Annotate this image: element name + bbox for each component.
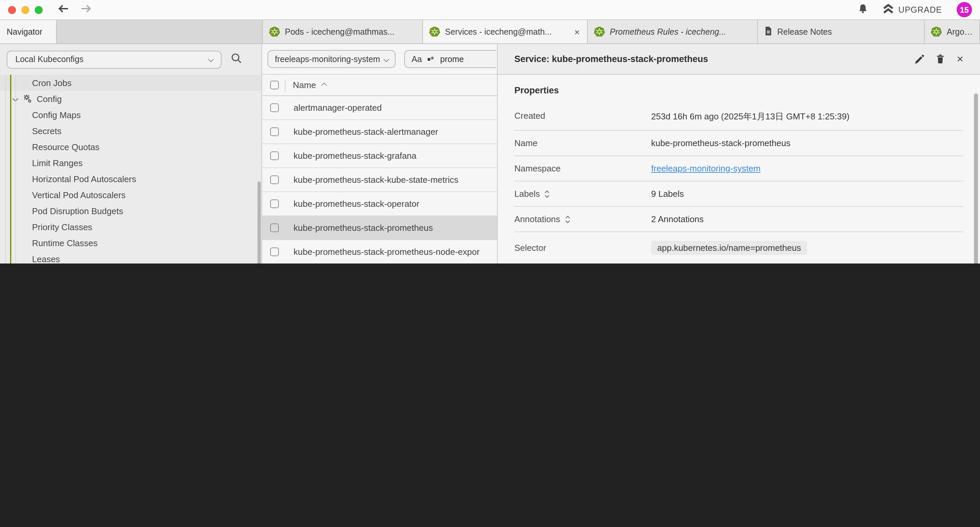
resource-tree: Cron Jobs Config Config Maps Secrets Res… bbox=[0, 75, 261, 263]
sidebar-item-priority-classes[interactable]: Priority Classes bbox=[0, 219, 261, 235]
property-row-labels: Labels 9 Labels bbox=[514, 182, 963, 207]
upgrade-label: UPGRADE bbox=[898, 5, 942, 14]
tab-bar: Navigator Pods - icecheng@mathmas... Ser… bbox=[0, 20, 980, 44]
close-tab-icon[interactable]: × bbox=[573, 26, 581, 37]
namespace-selector[interactable]: freeleaps-monitoring-system bbox=[267, 50, 396, 68]
gear-icon bbox=[22, 94, 32, 103]
sidebar-item-horizontal-pod-autoscalers[interactable]: Horizontal Pod Autoscalers bbox=[0, 171, 261, 187]
sidebar-item-leases[interactable]: Leases bbox=[0, 251, 261, 263]
created-value: 253d 16h 6m ago (2025年1月13日 GMT+8 1:25:3… bbox=[651, 111, 963, 123]
close-window-button[interactable] bbox=[8, 6, 16, 14]
tab-label: Prometheus Rules - icecheng... bbox=[610, 27, 751, 37]
back-icon[interactable] bbox=[57, 4, 69, 16]
tab-strip-spacer bbox=[57, 20, 262, 43]
row-checkbox[interactable] bbox=[270, 199, 279, 208]
row-checkbox[interactable] bbox=[270, 103, 279, 112]
tab-release-notes[interactable]: Release Notes bbox=[757, 20, 924, 43]
forward-icon[interactable] bbox=[80, 4, 92, 16]
sidebar-item-vertical-pod-autoscalers[interactable]: Vertical Pod Autoscalers bbox=[0, 187, 261, 203]
expand-collapse-icon[interactable] bbox=[545, 190, 550, 198]
indent-guide bbox=[5, 75, 6, 263]
row-checkbox[interactable] bbox=[270, 175, 279, 184]
window-titlebar: UPGRADE 15 bbox=[0, 0, 980, 20]
edit-pencil-icon[interactable] bbox=[914, 54, 924, 64]
filter-input[interactable]: Aa * prome bbox=[404, 50, 496, 68]
tab-argo[interactable]: Argo Se bbox=[924, 20, 980, 43]
section-heading-properties: Properties bbox=[514, 75, 963, 103]
kubeconfig-selector-value: Local Kubeconfigs bbox=[15, 55, 83, 64]
kubernetes-icon bbox=[931, 26, 942, 37]
notifications-bell-icon[interactable] bbox=[858, 3, 868, 16]
navigator-sidebar: Local Kubeconfigs Cron Jobs Config Confi… bbox=[0, 44, 262, 263]
tab-pods[interactable]: Pods - icecheng@mathmas... bbox=[262, 20, 422, 43]
sidebar-item-cron-jobs[interactable]: Cron Jobs bbox=[0, 75, 261, 91]
name-value: kube-prometheus-stack-prometheus bbox=[651, 138, 963, 148]
selector-chip: app.kubernetes.io/name=prometheus bbox=[651, 241, 807, 255]
document-icon bbox=[764, 25, 773, 38]
tab-label: Services - icecheng@math... bbox=[445, 27, 568, 37]
app-window: UPGRADE 15 Navigator Pods - icecheng@mat… bbox=[0, 0, 980, 263]
sidebar-scrollbar[interactable] bbox=[258, 182, 261, 263]
namespace-link[interactable]: freeleaps-monitoring-system bbox=[651, 164, 760, 174]
navigator-panel-title: Navigator bbox=[7, 27, 42, 37]
namespace-selector-value: freeleaps-monitoring-system bbox=[275, 54, 380, 64]
sort-ascending-icon[interactable] bbox=[321, 83, 327, 88]
sidebar-item-config-maps[interactable]: Config Maps bbox=[0, 107, 261, 123]
macos-window-controls bbox=[8, 6, 43, 14]
expand-collapse-icon[interactable] bbox=[565, 215, 570, 223]
tab-label: Pods - icecheng@mathmas... bbox=[285, 27, 416, 37]
chevron-down-icon bbox=[383, 56, 389, 62]
kubernetes-icon bbox=[594, 26, 605, 37]
chevron-down-icon bbox=[208, 57, 214, 62]
sidebar-item-pod-disruption-budgets[interactable]: Pod Disruption Budgets bbox=[0, 203, 261, 219]
filter-query-text: prome bbox=[440, 54, 464, 64]
labels-count[interactable]: 9 Labels bbox=[651, 189, 963, 199]
sidebar-item-secrets[interactable]: Secrets bbox=[0, 123, 261, 139]
notification-count-badge[interactable]: 15 bbox=[957, 2, 972, 18]
sidebar-item-runtime-classes[interactable]: Runtime Classes bbox=[0, 235, 261, 251]
property-row-namespace: Namespace freeleaps-monitoring-system bbox=[514, 156, 963, 182]
annotations-count[interactable]: 2 Annotations bbox=[651, 214, 963, 224]
sidebar-search-icon[interactable] bbox=[231, 53, 242, 66]
row-checkbox[interactable] bbox=[270, 223, 279, 232]
sidebar-item-resource-quotas[interactable]: Resource Quotas bbox=[0, 139, 261, 155]
select-all-checkbox[interactable] bbox=[270, 81, 279, 89]
name-column-header[interactable]: Name bbox=[293, 80, 316, 90]
regex-toggle[interactable]: * bbox=[428, 56, 434, 62]
zoom-window-button[interactable] bbox=[35, 6, 43, 14]
tab-prometheus-rules[interactable]: Prometheus Rules - icecheng... bbox=[587, 20, 757, 43]
close-panel-icon[interactable]: × bbox=[957, 53, 963, 65]
match-case-toggle[interactable]: Aa bbox=[412, 54, 422, 64]
detail-panel-title: Service: kube-prometheus-stack-prometheu… bbox=[514, 54, 708, 64]
sidebar-item-limit-ranges[interactable]: Limit Ranges bbox=[0, 155, 261, 171]
minimize-window-button[interactable] bbox=[21, 6, 29, 14]
kubeconfig-selector[interactable]: Local Kubeconfigs bbox=[7, 50, 221, 68]
tab-services[interactable]: Services - icecheng@math... × bbox=[422, 20, 587, 43]
delete-trash-icon[interactable] bbox=[936, 54, 945, 64]
indent-guide bbox=[15, 75, 16, 263]
detail-panel-scrollbar[interactable] bbox=[974, 93, 978, 263]
property-row-created: Created 253d 16h 6m ago (2025年1月13日 GMT+… bbox=[514, 103, 963, 131]
row-checkbox[interactable] bbox=[270, 127, 279, 136]
upgrade-button[interactable]: UPGRADE bbox=[882, 4, 942, 16]
tab-label: Release Notes bbox=[777, 27, 918, 37]
row-checkbox[interactable] bbox=[270, 151, 279, 160]
service-detail-panel: Service: kube-prometheus-stack-prometheu… bbox=[497, 44, 980, 263]
sidebar-item-config[interactable]: Config bbox=[0, 91, 261, 107]
tab-label: Argo Se bbox=[947, 27, 973, 37]
navigator-panel-tab[interactable]: Navigator bbox=[0, 20, 57, 43]
upgrade-chevrons-icon bbox=[882, 4, 894, 16]
kubernetes-icon bbox=[429, 26, 440, 37]
property-row-annotations: Annotations 2 Annotations bbox=[514, 207, 963, 232]
kubernetes-icon bbox=[269, 26, 280, 37]
column-divider bbox=[285, 79, 286, 91]
active-indent-guide bbox=[10, 75, 11, 263]
row-checkbox[interactable] bbox=[270, 247, 279, 256]
property-row-name: Name kube-prometheus-stack-prometheus bbox=[514, 131, 963, 156]
property-row-selector: Selector app.kubernetes.io/name=promethe… bbox=[514, 232, 963, 263]
